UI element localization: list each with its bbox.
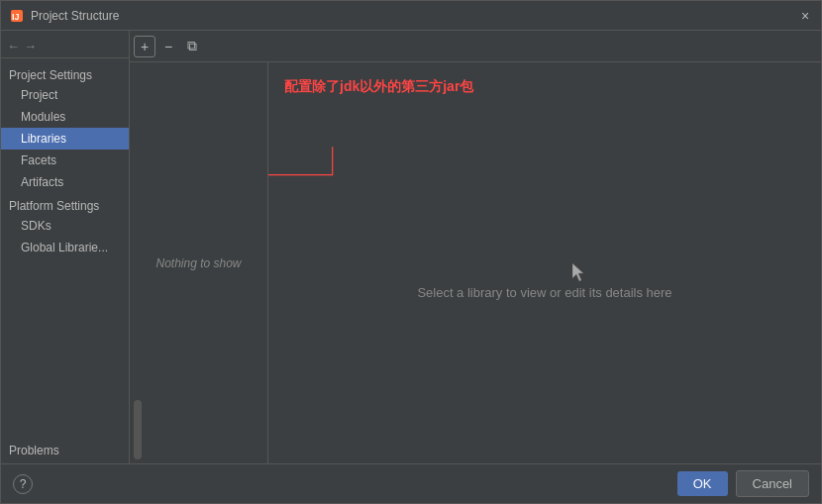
svg-text:IJ: IJ <box>12 12 20 22</box>
add-button[interactable]: + <box>134 36 155 57</box>
ok-button[interactable]: OK <box>677 471 728 496</box>
cursor-icon <box>572 263 586 287</box>
app-icon: IJ <box>9 8 25 24</box>
sidebar-item-modules[interactable]: Modules <box>1 106 129 128</box>
forward-button[interactable]: → <box>24 39 37 53</box>
sidebar: ← → Project Settings Project Modules Lib… <box>1 31 130 463</box>
cancel-button[interactable]: Cancel <box>736 470 809 497</box>
sidebar-item-libraries[interactable]: Libraries <box>1 128 129 150</box>
remove-button[interactable]: − <box>157 36 179 57</box>
copy-button[interactable]: ⧉ <box>181 36 203 57</box>
main-content: + − ⧉ Nothing to show 配置除了jdk以外的第三方jar包 <box>130 31 821 463</box>
project-structure-dialog: IJ Project Structure × ← → Project Setti… <box>0 0 822 504</box>
close-button[interactable]: × <box>797 8 813 24</box>
help-button[interactable]: ? <box>13 474 33 494</box>
content-area: ← → Project Settings Project Modules Lib… <box>1 31 821 463</box>
title-bar: IJ Project Structure × <box>1 1 821 31</box>
nothing-to-show-label: Nothing to show <box>155 256 241 270</box>
select-library-hint: Select a library to view or edit its det… <box>417 285 671 300</box>
annotation-text: 配置除了jdk以外的第三方jar包 <box>284 78 473 96</box>
right-panel: 配置除了jdk以外的第三方jar包 Select a library to vi… <box>268 62 821 463</box>
platform-settings-label: Platform Settings <box>1 193 129 215</box>
scrollbar[interactable] <box>134 400 142 459</box>
dialog-title: Project Structure <box>31 9 797 23</box>
split-view: Nothing to show 配置除了jdk以外的第三方jar包 <box>130 62 821 463</box>
sidebar-item-project[interactable]: Project <box>1 84 129 106</box>
sidebar-item-problems[interactable]: Problems <box>1 438 129 463</box>
bottom-bar: ? OK Cancel <box>1 463 821 503</box>
sidebar-item-facets[interactable]: Facets <box>1 150 129 171</box>
left-panel: Nothing to show <box>130 62 268 463</box>
arrow-annotation <box>268 62 821 463</box>
sidebar-item-sdks[interactable]: SDKs <box>1 215 129 237</box>
sidebar-item-artifacts[interactable]: Artifacts <box>1 171 129 193</box>
project-settings-label: Project Settings <box>1 62 129 84</box>
sidebar-item-global-libraries[interactable]: Global Librarie... <box>1 237 129 258</box>
toolbar: + − ⧉ <box>130 31 821 62</box>
back-button[interactable]: ← <box>7 39 20 53</box>
bottom-actions: OK Cancel <box>677 470 809 497</box>
